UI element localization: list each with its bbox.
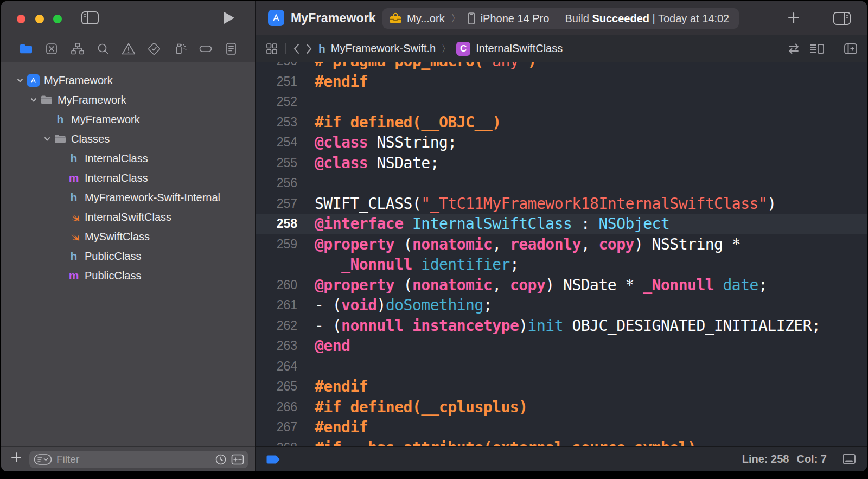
navigator-tab-source-control[interactable] <box>43 40 60 58</box>
breadcrumb-chevron-icon: 〉 <box>441 42 451 55</box>
code-line: 263@end <box>256 336 867 356</box>
line-number[interactable]: 251 <box>256 74 297 89</box>
tree-item-internalclass[interactable]: mInternalClass <box>1 168 255 188</box>
toolbox-icon <box>389 12 402 24</box>
tree-item-publicclass[interactable]: hPublicClass <box>1 246 255 266</box>
editor-bottom-bar: Line: 258Col: 7 <box>256 446 867 471</box>
line-number[interactable]: 267 <box>256 420 297 435</box>
jump-bar-symbol[interactable]: InternalSwiftClass <box>476 42 563 55</box>
navigator-tab-breakpoints[interactable] <box>197 40 214 58</box>
source-control-icon <box>44 42 59 56</box>
tree-item-myframework[interactable]: MyFramework <box>1 90 255 110</box>
hide-minimap-icon[interactable] <box>841 452 857 466</box>
plus-icon <box>787 11 801 25</box>
tree-item-label: PublicClass <box>85 250 141 263</box>
line-number[interactable]: 258 <box>256 216 297 231</box>
clock-icon[interactable] <box>215 454 227 465</box>
navigator-tab-project[interactable] <box>17 40 35 58</box>
inspector-toggle-button[interactable] <box>832 10 852 27</box>
project-navigator: MyFrameworkMyFrameworkhMyFrameworkClasse… <box>1 62 255 446</box>
run-button[interactable] <box>222 11 235 25</box>
code-line: 261- (void)doSomething; <box>256 295 867 316</box>
tree-item-myframework[interactable]: MyFramework <box>1 71 255 90</box>
forward-button[interactable] <box>305 43 313 55</box>
add-file-button[interactable] <box>10 451 23 464</box>
filter-input[interactable] <box>56 454 210 465</box>
line-number[interactable]: 261 <box>256 298 297 312</box>
code-line: 266#if defined(__cplusplus) <box>256 397 867 418</box>
navigator-tab-issues[interactable] <box>120 40 137 58</box>
add-editor-button[interactable] <box>843 42 858 55</box>
navigator-tab-debug[interactable] <box>171 40 189 58</box>
tag-marker-icon[interactable] <box>266 455 281 464</box>
line-number[interactable]: 253 <box>256 115 297 130</box>
jump-bar-file[interactable]: MyFramework-Swift.h <box>331 42 436 55</box>
navigator-tab-symbols[interactable] <box>69 40 86 58</box>
code-text: #if __has_attribute(external_source_symb… <box>297 439 696 446</box>
code-text: @class NSString; <box>297 133 457 151</box>
forward-chevron-icon <box>305 43 313 55</box>
code-review-button[interactable] <box>786 43 801 55</box>
h-file-icon: h <box>67 190 81 205</box>
code-line: 250# pragma pop_macro("any") <box>256 62 867 72</box>
scheme-selector[interactable]: My...ork 〉 iPhone 14 Pro Build Succeeded… <box>382 8 739 29</box>
disclosure-chevron-icon[interactable] <box>28 96 40 104</box>
line-number[interactable]: 255 <box>256 156 297 170</box>
navigator-tab-tests[interactable] <box>145 40 163 58</box>
tree-item-internalswiftclass[interactable]: InternalSwiftClass <box>1 207 255 227</box>
line-number[interactable]: 262 <box>256 318 297 333</box>
line-number[interactable]: 259 <box>256 237 297 252</box>
line-number[interactable]: 265 <box>256 379 297 394</box>
tests-icon <box>146 41 162 56</box>
scheme-name[interactable]: My...ork <box>407 12 445 25</box>
zoom-button[interactable] <box>53 15 62 23</box>
source-editor[interactable]: 250# pragma pop_macro("any")251#endif252… <box>256 62 867 446</box>
class-badge-icon: C <box>456 42 470 56</box>
close-button[interactable] <box>17 15 25 23</box>
navigator-tab-find[interactable] <box>94 40 112 58</box>
build-status[interactable]: Build Succeeded | Today at 14:02 <box>565 12 729 25</box>
sidebar-toggle-button[interactable] <box>80 10 100 26</box>
line-number[interactable]: 256 <box>256 176 297 190</box>
tree-item-myframework-swift-internal[interactable]: hMyFramework-Swift-Internal <box>1 188 255 207</box>
pane-divider[interactable] <box>255 1 256 471</box>
tree-item-label: MyFramework <box>71 113 140 126</box>
disclosure-chevron-icon[interactable] <box>14 76 26 84</box>
phone-icon <box>467 11 476 25</box>
tree-item-internalclass[interactable]: hInternalClass <box>1 149 255 168</box>
line-number[interactable]: 263 <box>256 339 297 353</box>
back-button[interactable] <box>292 43 300 55</box>
line-number[interactable]: 268 <box>256 440 297 446</box>
code-text: @property (nonatomic, copy) NSDate * _No… <box>297 276 767 294</box>
titlebar-left <box>1 1 255 35</box>
library-add-button[interactable] <box>787 11 801 25</box>
line-number[interactable]: 252 <box>256 94 297 109</box>
code-text: @class NSDate; <box>297 154 439 172</box>
tree-item-myframework[interactable]: hMyFramework <box>1 110 255 129</box>
tree-item-publicclass[interactable]: mPublicClass <box>1 266 255 285</box>
adjust-editor-button[interactable] <box>809 42 825 55</box>
tree-item-myswiftclass[interactable]: MySwiftClass <box>1 227 255 246</box>
xcode-window: MyFramework My...ork 〉 iPhone 14 Pro Bui… <box>1 1 867 471</box>
line-number[interactable]: 266 <box>256 400 297 414</box>
tree-item-classes[interactable]: Classes <box>1 129 255 149</box>
h-file-icon: h <box>67 249 81 263</box>
navigator-tab-reports[interactable] <box>222 40 240 58</box>
minimize-button[interactable] <box>35 15 44 23</box>
navigator-bar <box>1 35 255 62</box>
code-line: 254@class NSString; <box>256 132 867 153</box>
line-number[interactable]: 257 <box>256 196 297 211</box>
code-text: #if defined(__cplusplus) <box>297 398 528 416</box>
line-number[interactable]: 254 <box>256 135 297 150</box>
line-number[interactable]: 250 <box>256 62 297 68</box>
plus-minus-icon[interactable] <box>231 454 244 465</box>
filter-field[interactable] <box>29 451 248 468</box>
h-file-icon: h <box>53 112 67 126</box>
related-items-button[interactable] <box>265 42 279 56</box>
code-text: _Nonnull identifier; <box>297 256 519 273</box>
line-number[interactable]: 260 <box>256 278 297 292</box>
sidebar-toggle-icon <box>80 10 100 26</box>
line-number[interactable]: 264 <box>256 359 297 374</box>
run-destination[interactable]: iPhone 14 Pro <box>481 12 550 25</box>
disclosure-chevron-icon[interactable] <box>41 135 53 143</box>
